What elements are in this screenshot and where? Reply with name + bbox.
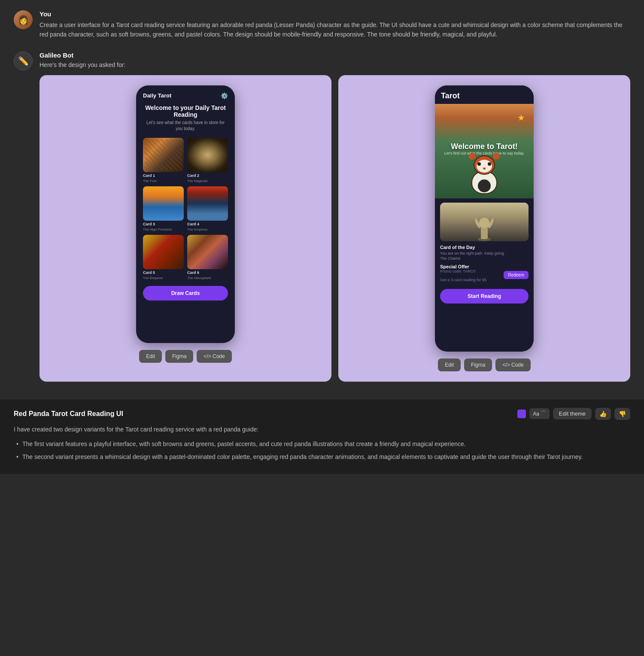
- panel-1-code-label: </> Code: [204, 353, 225, 359]
- red-panda-character: [465, 155, 504, 194]
- panel-2-code-label: </> Code: [502, 362, 523, 368]
- design-panel-1: Daily Tarot ⚙️ Welcome to your Daily Tar…: [39, 75, 331, 382]
- card-label-4: Card 4: [187, 222, 228, 226]
- phone-mockup-2: Tarot ★ Welcome to Tarot! Let's find out…: [435, 85, 534, 352]
- special-offer-row: Special Offer Promo code: TAROT Get a 3-…: [440, 264, 529, 286]
- curve-icon: ⌒: [541, 410, 546, 417]
- hero-section: ★ Welcome to Tarot! Let's find out what …: [435, 104, 534, 198]
- phone-1-header: Daily Tarot ⚙️: [143, 92, 228, 99]
- description-text: I have created two design variants for t…: [14, 425, 630, 434]
- draw-cards-button[interactable]: Draw Cards: [143, 286, 228, 301]
- hero-stars: ★: [517, 112, 525, 123]
- redeem-button[interactable]: Redeem: [504, 271, 529, 279]
- card-of-day-desc: You are on the right path. Keep going.: [440, 251, 529, 255]
- bot-name: Galileo Bot: [39, 52, 630, 59]
- phone-1-title: Daily Tarot: [143, 92, 171, 99]
- cards-grid: Card 1 The Fool Card 2 The Magician Card…: [143, 138, 228, 280]
- card-label-3: Card 3: [143, 222, 184, 226]
- thumbs-up-button[interactable]: 👍: [595, 408, 611, 420]
- thumbs-container: 👍 👎: [595, 408, 630, 420]
- bottom-row: Red Panda Tarot Card Reading UI Aa ⌒ Edi…: [14, 408, 630, 420]
- hero-welcome-text: Welcome to Tarot!: [439, 142, 529, 151]
- statue-figure: [469, 207, 499, 241]
- theme-controls: Aa ⌒ Edit theme 👍 👎: [517, 408, 630, 420]
- card-image-6: [187, 235, 228, 269]
- svg-rect-1: [481, 226, 488, 239]
- card-item-2: Card 2 The Magician: [187, 138, 228, 183]
- design-panel-2: Tarot ★ Welcome to Tarot! Let's find out…: [338, 75, 630, 382]
- card-item-3: Card 3 The High Priestess: [143, 186, 184, 231]
- card-image-2: [187, 138, 228, 172]
- phone-1-welcome: Welcome to your Daily Tarot Reading Let'…: [143, 104, 228, 132]
- card-of-day-image: [440, 203, 529, 241]
- user-avatar: 👩: [14, 10, 33, 29]
- card-sublabel-3: The High Priestess: [143, 228, 184, 231]
- edit-theme-button[interactable]: Edit theme: [553, 408, 592, 419]
- card-label-1: Card 1: [143, 173, 184, 178]
- card-of-day-name: The Chariot: [440, 256, 529, 261]
- promo-line-2: Get a 3-card reading for $5: [440, 278, 486, 282]
- card-image-3: [143, 186, 184, 221]
- bottom-section: Red Panda Tarot Card Reading UI Aa ⌒ Edi…: [0, 399, 644, 474]
- gear-icon[interactable]: ⚙️: [221, 92, 228, 99]
- user-message-content: You Create a user interface for a Tarot …: [39, 10, 630, 39]
- card-sublabel-1: The Fool: [143, 179, 184, 183]
- panel-1-figma-button[interactable]: Figma: [165, 350, 193, 363]
- svg-point-2: [479, 218, 489, 228]
- bot-message-content: Galileo Bot Here's the design you asked …: [39, 52, 630, 382]
- statue-svg: [471, 209, 497, 241]
- card-sublabel-6: The Hierophant: [187, 276, 228, 280]
- user-message: 👩 You Create a user interface for a Taro…: [14, 10, 630, 39]
- aa-button[interactable]: Aa ⌒: [529, 408, 550, 419]
- bullet-list: The first variant features a playful int…: [14, 439, 630, 462]
- bullet-item-1: The first variant features a playful int…: [14, 439, 630, 449]
- panel-1-edit-button[interactable]: Edit: [139, 350, 162, 363]
- panel-2-code-button[interactable]: </> Code: [495, 358, 530, 371]
- panel-1-edit-label: Edit: [146, 353, 155, 359]
- bot-icon: ✏️: [18, 56, 29, 66]
- bot-message: ✏️ Galileo Bot Here's the design you ask…: [14, 52, 630, 382]
- user-name: You: [39, 10, 630, 18]
- card-item-4: Card 4 The Empress: [187, 186, 228, 231]
- phone-2-header: Tarot: [435, 85, 534, 104]
- start-reading-button[interactable]: Start Reading: [440, 289, 529, 304]
- bullet-item-2: The second variant presents a whimsical …: [14, 452, 630, 462]
- promo-line-1: Promo code: TAROT: [440, 269, 486, 273]
- phone-mockup-1: Daily Tarot ⚙️ Welcome to your Daily Tar…: [136, 85, 235, 343]
- panel-2-edit-button[interactable]: Edit: [438, 358, 461, 371]
- special-offer-label: Special Offer: [440, 264, 486, 269]
- phone-2-content: Card of the Day You are on the right pat…: [435, 198, 534, 308]
- phone-1-welcome-title: Welcome to your Daily Tarot Reading: [143, 104, 228, 118]
- phone-1-welcome-sub: Let's see what the cards have in store f…: [143, 120, 228, 132]
- card-item-6: Card 6 The Hierophant: [187, 235, 228, 280]
- card-label-5: Card 5: [143, 270, 184, 275]
- card-image-4: [187, 186, 228, 221]
- aa-label: Aa: [533, 411, 539, 417]
- color-swatch[interactable]: [517, 410, 526, 418]
- card-sublabel-2: The Magician: [187, 179, 228, 183]
- design-panels: Daily Tarot ⚙️ Welcome to your Daily Tar…: [39, 75, 630, 382]
- card-item-5: Card 5 The Emperor: [143, 235, 184, 280]
- bot-avatar: ✏️: [14, 52, 33, 70]
- card-item-1: Card 1 The Fool: [143, 138, 184, 183]
- panel-1-figma-label: Figma: [172, 353, 186, 359]
- panel-2-figma-button[interactable]: Figma: [464, 358, 492, 371]
- card-of-day-label: Card of the Day: [440, 245, 529, 250]
- thumbs-down-button[interactable]: 👎: [614, 408, 630, 420]
- panel-2-edit-label: Edit: [445, 362, 454, 368]
- card-sublabel-4: The Empress: [187, 228, 228, 231]
- panel-1-buttons: Edit Figma </> Code: [139, 350, 231, 363]
- panel-2-buttons: Edit Figma </> Code: [438, 358, 530, 371]
- user-message-text: Create a user interface for a Tarot card…: [39, 20, 630, 39]
- card-label-6: Card 6: [187, 270, 228, 275]
- hero-sub-text: Let's find out what the cards have to sa…: [439, 151, 529, 155]
- phone-2-title: Tarot: [441, 91, 528, 100]
- project-title: Red Panda Tarot Card Reading UI: [14, 410, 123, 418]
- card-image-5: [143, 235, 184, 269]
- bot-intro-text: Here's the design you asked for:: [39, 61, 630, 68]
- card-image-1: [143, 138, 184, 172]
- panel-1-code-button[interactable]: </> Code: [197, 350, 231, 363]
- hero-text-overlay: Welcome to Tarot! Let's find out what th…: [435, 142, 534, 155]
- panel-2-figma-label: Figma: [471, 362, 485, 368]
- card-label-2: Card 2: [187, 173, 228, 178]
